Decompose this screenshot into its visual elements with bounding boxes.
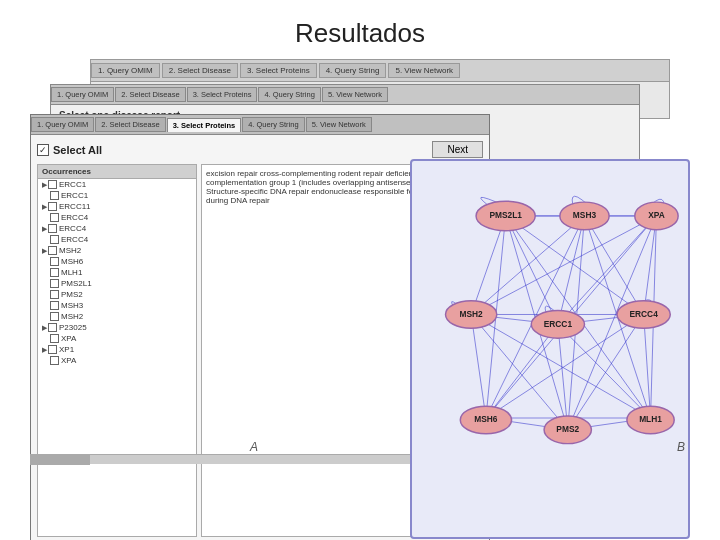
tree-panel[interactable]: Occurrences ▶ ERCC1 ERCC1 ▶: [37, 164, 197, 537]
arrow-icon: ▶: [42, 203, 47, 211]
svg-line-29: [558, 324, 651, 418]
tab-main-5[interactable]: 5. View Network: [306, 117, 372, 132]
tab-bg-2[interactable]: 2. Select Disease: [162, 63, 238, 78]
list-item[interactable]: ▶ XP1: [38, 344, 196, 355]
arrow-icon: ▶: [42, 324, 47, 332]
item-checkbox[interactable]: [48, 246, 57, 255]
item-checkbox[interactable]: [48, 180, 57, 189]
item-checkbox[interactable]: [50, 279, 59, 288]
tab-bg-4[interactable]: 4. Query String: [319, 63, 387, 78]
item-checkbox[interactable]: [50, 268, 59, 277]
arrow-icon: ▶: [42, 225, 47, 233]
svg-line-4: [506, 216, 644, 315]
list-item[interactable]: ▶ ERCC1: [38, 179, 196, 190]
svg-text:MLH1: MLH1: [639, 414, 662, 424]
item-checkbox[interactable]: [48, 345, 57, 354]
item-checkbox[interactable]: [50, 191, 59, 200]
list-item[interactable]: ▶ P23025: [38, 322, 196, 333]
svg-line-3: [506, 216, 558, 324]
scrollbar-thumb[interactable]: [30, 455, 90, 465]
item-checkbox[interactable]: [48, 224, 57, 233]
tab-bg-5[interactable]: 5. View Network: [388, 63, 460, 78]
select-all-row: ✓ Select All Next: [37, 141, 483, 158]
network-graph: .net-node { fill: #e8a0a0; stroke: #9966…: [412, 161, 688, 537]
tab-main-4[interactable]: 4. Query String: [242, 117, 304, 132]
svg-text:ERCC4: ERCC4: [629, 309, 658, 319]
tab-mid-1[interactable]: 1. Query OMIM: [51, 87, 114, 102]
svg-text:MSH3: MSH3: [573, 210, 597, 220]
list-item[interactable]: ERCC1: [38, 190, 196, 201]
item-checkbox[interactable]: [50, 213, 59, 222]
tab-mid-4[interactable]: 4. Query String: [258, 87, 320, 102]
network-panel: .net-node { fill: #e8a0a0; stroke: #9966…: [410, 159, 690, 539]
page-title: Resultados: [0, 0, 720, 59]
svg-line-11: [585, 216, 644, 315]
item-checkbox[interactable]: [50, 235, 59, 244]
svg-text:MSH2: MSH2: [460, 309, 484, 319]
tab-bg-3[interactable]: 3. Select Proteins: [240, 63, 317, 78]
list-item[interactable]: XPA: [38, 333, 196, 344]
list-item[interactable]: ▶ ERCC4: [38, 223, 196, 234]
tree-header: Occurrences: [38, 165, 196, 179]
item-checkbox[interactable]: [48, 323, 57, 332]
svg-text:PMS2: PMS2: [556, 424, 579, 434]
list-item[interactable]: ERCC4: [38, 234, 196, 245]
list-item[interactable]: PMS2: [38, 289, 196, 300]
list-item[interactable]: MSH6: [38, 256, 196, 267]
next-button[interactable]: Next: [432, 141, 483, 158]
tab-mid-5[interactable]: 5. View Network: [322, 87, 388, 102]
svg-line-32: [644, 315, 651, 419]
arrow-icon: ▶: [42, 247, 47, 255]
list-item[interactable]: MLH1: [38, 267, 196, 278]
item-checkbox[interactable]: [50, 312, 59, 321]
label-a: A: [250, 440, 258, 454]
tab-mid-3[interactable]: 3. Select Proteins: [187, 87, 258, 102]
list-item[interactable]: MSH3: [38, 300, 196, 311]
arrow-icon: ▶: [42, 346, 47, 354]
svg-text:MSH6: MSH6: [474, 414, 498, 424]
svg-line-27: [486, 324, 558, 418]
item-checkbox[interactable]: [50, 301, 59, 310]
tab-main-1[interactable]: 1. Query OMIM: [31, 117, 94, 132]
svg-text:PMS2L1: PMS2L1: [489, 210, 522, 220]
label-b: B: [677, 440, 685, 454]
main-content: 1. Query OMIM 2. Select Disease 3. Selec…: [30, 59, 690, 519]
item-checkbox[interactable]: [50, 334, 59, 343]
item-checkbox[interactable]: [50, 356, 59, 365]
svg-text:ERCC1: ERCC1: [544, 319, 573, 329]
select-all-checkbox[interactable]: ✓: [37, 144, 49, 156]
svg-text:XPA: XPA: [648, 210, 665, 220]
tab-bar-bg: 1. Query OMIM 2. Select Disease 3. Selec…: [91, 60, 669, 82]
tab-bar-mid: 1. Query OMIM 2. Select Disease 3. Selec…: [51, 85, 639, 105]
item-checkbox[interactable]: [50, 290, 59, 299]
list-item[interactable]: ▶ MSH2: [38, 245, 196, 256]
tab-bar-main: 1. Query OMIM 2. Select Disease 3. Selec…: [31, 115, 489, 135]
list-item[interactable]: PMS2L1: [38, 278, 196, 289]
tab-main-3[interactable]: 3. Select Proteins: [167, 118, 242, 132]
tab-main-2[interactable]: 2. Select Disease: [95, 117, 165, 132]
arrow-icon: ▶: [42, 181, 47, 189]
list-item[interactable]: MSH2: [38, 311, 196, 322]
tab-bg-1[interactable]: 1. Query OMIM: [91, 63, 160, 78]
list-item[interactable]: ERCC4: [38, 212, 196, 223]
page-title-area: Resultados: [0, 0, 720, 59]
list-item[interactable]: ▶ ERCC11: [38, 201, 196, 212]
item-checkbox[interactable]: [48, 202, 57, 211]
item-checkbox[interactable]: [50, 257, 59, 266]
select-all-label: Select All: [53, 144, 102, 156]
tab-mid-2[interactable]: 2. Select Disease: [115, 87, 185, 102]
list-item[interactable]: XPA: [38, 355, 196, 366]
